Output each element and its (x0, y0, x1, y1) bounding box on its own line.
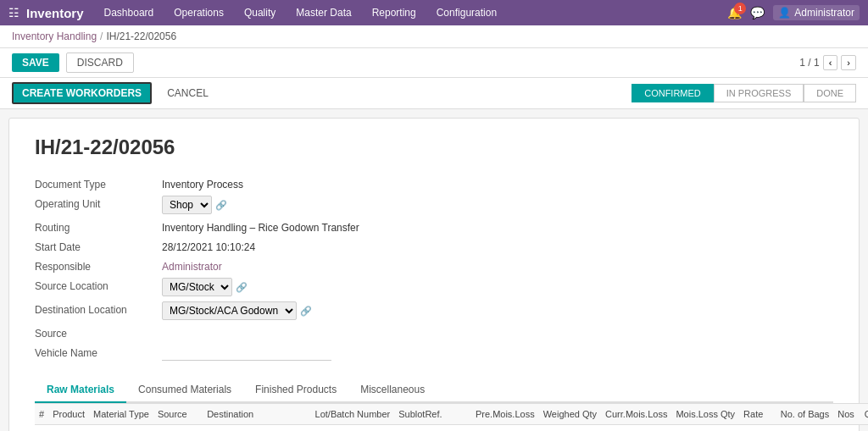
operating-unit-field-wrap: Shop 🔗 (162, 196, 501, 214)
col-destination: Destination (203, 404, 310, 425)
create-workorders-button[interactable]: CREATE WORKORDERS (12, 82, 152, 104)
operating-unit-edit-icon[interactable]: 🔗 (215, 200, 227, 211)
breadcrumb-parent[interactable]: Inventory Handling (12, 30, 97, 42)
routing-value: Inventory Handling – Rice Godown Transfe… (162, 219, 501, 234)
routing-label: Routing (35, 219, 153, 234)
cell-source: MG/Stock (153, 425, 203, 432)
source-value (162, 325, 501, 340)
destination-location-select[interactable]: MG/Stock/ACA Godown (162, 301, 297, 320)
cell-destination: MG/Stock/ACA Godown (203, 425, 310, 432)
col-rate: Rate (739, 404, 776, 425)
notification-badge: 1 (734, 3, 746, 14)
chat-icon[interactable]: 💬 (750, 6, 765, 19)
responsible-link[interactable]: Administrator (162, 261, 222, 273)
col-weighed-qty: Weighed Qty (539, 404, 601, 425)
prev-page-button[interactable]: ‹ (823, 55, 838, 70)
cell-no-of-bags: 20.00 (776, 425, 833, 432)
vehicle-name-input[interactable] (162, 345, 331, 361)
cell-mois-loss-qty: 0.00 (671, 425, 739, 432)
status-done[interactable]: DONE (804, 84, 856, 102)
start-date-value: 28/12/2021 10:10:24 (162, 239, 501, 253)
next-page-button[interactable]: › (841, 55, 856, 70)
cancel-button[interactable]: CANCEL (159, 84, 217, 102)
vehicle-name-wrap (162, 345, 501, 361)
cell-product: newrice (48, 425, 89, 432)
cell-sublot-ref: Batch - 0000019 (394, 425, 471, 432)
responsible-value: Administrator (162, 258, 501, 273)
cell-nos: 0.00 (833, 425, 860, 432)
nav-links: Dashboard Operations Quality Master Data… (101, 5, 728, 20)
cell-lot-batch: Batch - 0000019 (311, 425, 395, 432)
source-label: Source (35, 325, 153, 340)
nav-operations[interactable]: Operations (170, 5, 227, 20)
main-content: IH/21-22/02056 Document Type Inventory P… (8, 118, 860, 431)
status-in-progress[interactable]: IN PROGRESS (714, 84, 804, 102)
top-navigation: ☷ Inventory Dashboard Operations Quality… (0, 0, 868, 25)
start-date-label: Start Date (35, 239, 153, 253)
pagination: 1 / 1 ‹ › (799, 55, 856, 70)
nav-reporting[interactable]: Reporting (369, 5, 420, 20)
source-location-label: Source Location (35, 278, 153, 296)
nav-configuration[interactable]: Configuration (433, 5, 500, 20)
nav-dashboard[interactable]: Dashboard (101, 5, 158, 20)
col-num: # (35, 404, 48, 425)
nav-quality[interactable]: Quality (241, 5, 279, 20)
cell-curr-mois-loss: 0.00 (601, 425, 671, 432)
breadcrumb: Inventory Handling / IH/21-22/02056 (0, 25, 868, 48)
pagination-text: 1 / 1 (799, 57, 819, 69)
destination-location-edit-icon[interactable]: 🔗 (300, 306, 312, 317)
nav-master-data[interactable]: Master Data (292, 5, 354, 20)
document-type-label: Document Type (35, 176, 153, 191)
destination-location-field-wrap: MG/Stock/ACA Godown 🔗 (162, 301, 501, 320)
col-material-type: Material Type (89, 404, 153, 425)
operating-unit-label: Operating Unit (35, 196, 153, 214)
cell-material-type (89, 425, 153, 432)
cell-num: 1 (35, 425, 48, 432)
source-location-select[interactable]: MG/Stock (162, 278, 232, 296)
col-product: Product (48, 404, 89, 425)
source-location-field-wrap: MG/Stock 🔗 (162, 278, 501, 296)
document-type-value: Inventory Process (162, 176, 501, 191)
col-mois-loss-qty: Mois.Loss Qty (671, 404, 739, 425)
save-button[interactable]: SAVE (12, 53, 59, 72)
tab-miscellaneous[interactable]: Miscellaneous (348, 378, 437, 403)
user-icon: 👤 (778, 7, 791, 19)
cell-rate: 800.00 (739, 425, 776, 432)
col-qty-to-consume: Qty To Consume (860, 404, 868, 425)
cell-weighed-qty: 0.00 (539, 425, 601, 432)
document-title: IH/21-22/02056 (35, 135, 833, 159)
notification-bell-wrap[interactable]: 🔔 1 (727, 6, 742, 19)
col-source: Source (153, 404, 203, 425)
operating-unit-select[interactable]: Shop (162, 196, 212, 214)
app-title: Inventory (26, 6, 84, 20)
breadcrumb-current: IH/21-22/02056 (106, 30, 176, 42)
user-label: Administrator (794, 7, 854, 19)
primary-toolbar: SAVE DISCARD 1 / 1 ‹ › (0, 48, 868, 78)
user-menu[interactable]: 👤 Administrator (773, 5, 860, 20)
document-form: Document Type Inventory Process Operatin… (35, 176, 501, 361)
app-grid-icon[interactable]: ☷ (8, 6, 19, 19)
discard-button[interactable]: DISCARD (66, 52, 134, 73)
col-curr-mois-loss: Curr.Mois.Loss (601, 404, 671, 425)
nav-right: 🔔 1 💬 👤 Administrator (727, 5, 860, 20)
tab-consumed-materials[interactable]: Consumed Materials (126, 378, 243, 403)
cell-qty-to-consume: 5.000 (860, 425, 868, 432)
status-confirmed[interactable]: CONFIRMED (632, 84, 714, 102)
responsible-label: Responsible (35, 258, 153, 273)
cell-pre-mois-loss: 0.00 (471, 425, 539, 432)
source-location-edit-icon[interactable]: 🔗 (236, 282, 248, 293)
col-nos: Nos (833, 404, 860, 425)
vehicle-name-label: Vehicle Name (35, 345, 153, 361)
table-row[interactable]: 1 newrice MG/Stock MG/Stock/ACA Godown B… (35, 425, 868, 432)
secondary-toolbar: CREATE WORKORDERS CANCEL CONFIRMED IN PR… (0, 78, 868, 109)
tab-finished-products[interactable]: Finished Products (243, 378, 348, 403)
status-buttons: CONFIRMED IN PROGRESS DONE (632, 84, 856, 102)
raw-materials-table: # Product Material Type Source Destinati… (35, 403, 868, 431)
breadcrumb-separator: / (100, 30, 103, 42)
col-no-of-bags: No. of Bags (776, 404, 833, 425)
tab-raw-materials[interactable]: Raw Materials (35, 378, 126, 403)
tabs-bar: Raw Materials Consumed Materials Finishe… (35, 378, 833, 403)
col-lot-batch: Lot/Batch Number (311, 404, 395, 425)
destination-location-label: Destination Location (35, 301, 153, 320)
col-sublot-ref: SublotRef. (394, 404, 471, 425)
